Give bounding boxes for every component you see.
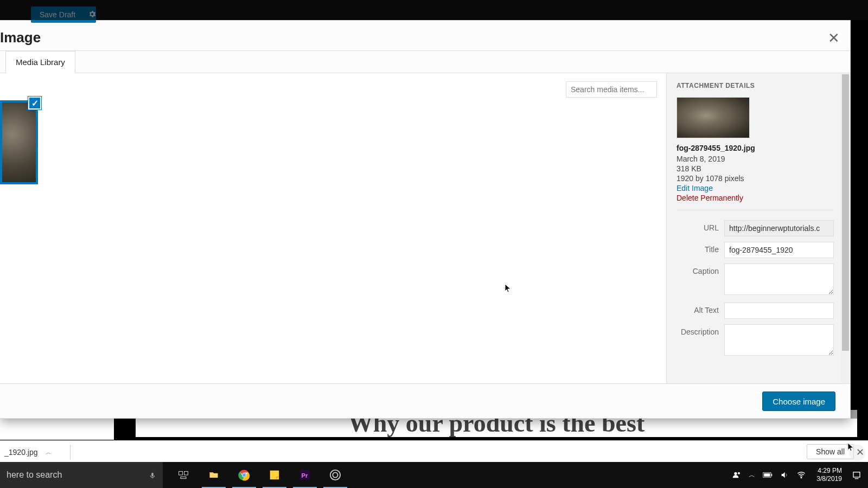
window-topbar [0, 0, 868, 20]
sticky-notes-icon[interactable] [259, 462, 290, 488]
input-alt[interactable] [724, 303, 834, 319]
taskbar-clock[interactable]: 4:29 PM 3/8/2019 [816, 467, 842, 483]
tray-chevron-up-icon[interactable]: ︿ [749, 471, 755, 480]
media-thumbnail-selected[interactable]: ✓ [0, 100, 38, 184]
svg-rect-15 [764, 473, 770, 477]
mic-icon[interactable] [149, 470, 156, 481]
svg-rect-18 [853, 472, 860, 477]
taskbar-search[interactable]: here to search [0, 462, 163, 488]
media-modal: Image ✕ Media Library ✓ ATTACHMENT DETAI… [0, 20, 851, 419]
svg-text:Pr: Pr [302, 472, 308, 479]
chevron-up-icon[interactable]: ︿ [46, 445, 52, 460]
taskbar: here to search Pr ︿ [0, 462, 868, 488]
selected-check-badge[interactable]: ✓ [28, 96, 42, 110]
delete-permanently-link[interactable]: Delete Permanently [676, 194, 834, 202]
modal-header: Image ✕ [0, 21, 850, 51]
task-view-icon[interactable] [168, 462, 199, 488]
media-grid: ✓ [0, 73, 666, 399]
system-tray: ︿ 4:29 PM 3/8/2019 [729, 462, 865, 488]
close-icon[interactable]: ✕ [824, 28, 844, 48]
attachment-date: March 8, 2019 [676, 155, 834, 163]
svg-point-12 [735, 472, 737, 475]
label-title: Title [676, 242, 724, 254]
svg-point-13 [738, 472, 740, 474]
svg-rect-7 [270, 471, 279, 480]
show-all-button[interactable]: Show all [807, 444, 854, 459]
label-description: Description [676, 324, 724, 336]
input-url[interactable] [724, 220, 834, 236]
tab-media-library[interactable]: Media Library [5, 51, 75, 73]
svg-rect-16 [771, 474, 773, 477]
modal-title: Image [0, 29, 41, 46]
attachment-details-heading: ATTACHMENT DETAILS [676, 82, 834, 89]
download-item[interactable]: _1920.jpg ︿ [0, 445, 71, 460]
svg-point-17 [801, 477, 802, 478]
attachment-dimensions: 1920 by 1078 pixels [676, 174, 834, 183]
taskbar-date: 3/8/2019 [816, 475, 842, 483]
download-filename: _1920.jpg [4, 445, 38, 460]
label-caption: Caption [676, 264, 724, 275]
input-title[interactable] [724, 242, 834, 258]
field-alt: Alt Text [676, 303, 834, 319]
battery-icon[interactable] [763, 472, 773, 478]
wifi-icon[interactable] [796, 471, 806, 479]
edit-image-link[interactable]: Edit Image [676, 184, 834, 192]
svg-point-11 [333, 472, 337, 477]
taskbar-apps: Pr [168, 462, 350, 488]
check-icon: ✓ [28, 97, 41, 110]
people-icon[interactable] [732, 471, 741, 479]
gear-icon[interactable] [88, 10, 97, 18]
notifications-icon[interactable] [852, 471, 861, 479]
svg-rect-2 [181, 477, 186, 478]
divider [676, 210, 834, 210]
downloads-bar: _1920.jpg ︿ Show all ✕ [0, 440, 868, 462]
input-description[interactable] [724, 324, 834, 356]
save-draft-button[interactable]: Save Draft [31, 7, 96, 23]
attachment-details-panel: ATTACHMENT DETAILS fog-2879455_1920.jpg … [666, 73, 843, 399]
modal-footer: Choose image [0, 383, 850, 418]
svg-rect-0 [179, 471, 183, 475]
input-caption[interactable] [724, 264, 834, 295]
field-url: URL [676, 220, 834, 236]
svg-rect-1 [184, 471, 188, 475]
label-alt: Alt Text [676, 303, 724, 314]
obs-icon[interactable] [320, 462, 350, 488]
svg-point-6 [243, 474, 245, 476]
attachment-preview-thumb [676, 97, 750, 138]
file-explorer-icon[interactable] [199, 462, 229, 488]
close-downloads-icon[interactable]: ✕ [854, 446, 866, 458]
premiere-icon[interactable]: Pr [290, 462, 320, 488]
attachment-filename: fog-2879455_1920.jpg [676, 144, 834, 152]
attachment-size: 318 KB [676, 164, 834, 173]
volume-icon[interactable] [780, 471, 789, 479]
taskbar-time: 4:29 PM [816, 467, 842, 475]
field-description: Description [676, 324, 834, 358]
details-scrollbar[interactable]: ▼ [841, 73, 850, 399]
choose-image-button[interactable]: Choose image [762, 391, 835, 411]
search-input[interactable] [566, 81, 657, 98]
field-title: Title [676, 242, 834, 258]
label-url: URL [676, 220, 724, 232]
modal-tabs: Media Library [0, 51, 850, 74]
chrome-icon[interactable] [229, 462, 259, 488]
scrollbar-thumb[interactable] [842, 74, 849, 351]
svg-point-10 [330, 470, 340, 480]
field-caption: Caption [676, 264, 834, 297]
